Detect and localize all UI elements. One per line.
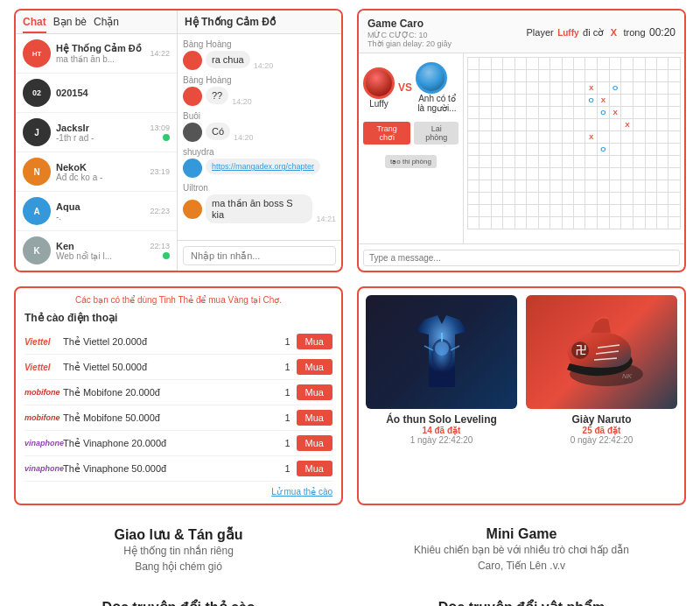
caro-cell[interactable]: [514, 205, 526, 217]
caro-cell[interactable]: [634, 82, 645, 95]
caro-cell[interactable]: [468, 119, 480, 131]
caro-cell[interactable]: [645, 205, 656, 217]
caro-cell[interactable]: [598, 205, 610, 217]
caro-cell[interactable]: [480, 119, 491, 131]
caro-cell[interactable]: X: [609, 107, 621, 119]
caro-cell[interactable]: [657, 82, 668, 95]
caro-cell[interactable]: [634, 156, 645, 168]
caro-cell[interactable]: [621, 70, 634, 82]
caro-cell[interactable]: [480, 180, 491, 193]
caro-cell[interactable]: [538, 119, 550, 131]
caro-cell[interactable]: [491, 119, 502, 131]
caro-cell[interactable]: [503, 144, 514, 156]
list-item[interactable]: K Ken Web nổi tại l... 22:13: [16, 231, 177, 271]
caro-cell[interactable]: [562, 180, 573, 193]
caro-cell[interactable]: [468, 193, 480, 205]
caro-cell[interactable]: [645, 119, 656, 131]
caro-cell[interactable]: [514, 156, 526, 168]
caro-cell[interactable]: [585, 180, 598, 193]
caro-cell[interactable]: [562, 205, 573, 217]
caro-cell[interactable]: [550, 119, 562, 131]
caro-cell[interactable]: [562, 193, 573, 205]
caro-cell[interactable]: [538, 58, 550, 70]
caro-cell[interactable]: [668, 156, 681, 168]
caro-cell[interactable]: [621, 156, 634, 168]
caro-cell[interactable]: [550, 70, 562, 82]
caro-cell[interactable]: [585, 168, 598, 180]
caro-cell[interactable]: [480, 58, 491, 70]
caro-cell[interactable]: [503, 82, 514, 95]
caro-cell[interactable]: [550, 193, 562, 205]
caro-cell[interactable]: [514, 82, 526, 95]
caro-cell[interactable]: [585, 119, 598, 131]
caro-cell[interactable]: [609, 144, 621, 156]
caro-cell[interactable]: [527, 131, 538, 144]
caro-cell[interactable]: [468, 205, 480, 217]
caro-cell[interactable]: [573, 156, 584, 168]
caro-cell[interactable]: [514, 168, 526, 180]
tab-chan[interactable]: Chặn: [94, 16, 119, 33]
caro-cell[interactable]: [480, 193, 491, 205]
caro-cell[interactable]: [562, 58, 573, 70]
caro-cell[interactable]: [657, 193, 668, 205]
caro-cell[interactable]: [514, 193, 526, 205]
caro-cell[interactable]: [562, 144, 573, 156]
caro-cell[interactable]: [621, 144, 634, 156]
caro-cell[interactable]: [598, 168, 610, 180]
caro-cell[interactable]: [573, 168, 584, 180]
caro-cell[interactable]: [645, 180, 656, 193]
caro-cell[interactable]: [468, 180, 480, 193]
caro-cell[interactable]: [573, 119, 584, 131]
caro-cell[interactable]: [634, 180, 645, 193]
caro-cell[interactable]: [668, 193, 681, 205]
buy-button[interactable]: Mua: [297, 461, 332, 476]
caro-cell[interactable]: [480, 131, 491, 144]
caro-cell[interactable]: [491, 70, 502, 82]
caro-cell[interactable]: [491, 205, 502, 217]
caro-cell[interactable]: [538, 205, 550, 217]
caro-cell[interactable]: [634, 131, 645, 144]
caro-cell[interactable]: [645, 95, 656, 107]
caro-cell[interactable]: [550, 144, 562, 156]
caro-cell[interactable]: [468, 131, 480, 144]
tab-ban-be[interactable]: Bạn bè: [53, 16, 87, 33]
caro-cell[interactable]: O: [598, 144, 610, 156]
caro-cell[interactable]: [538, 180, 550, 193]
caro-cell[interactable]: [562, 156, 573, 168]
caro-cell[interactable]: [634, 217, 645, 229]
caro-cell[interactable]: [503, 168, 514, 180]
caro-cell[interactable]: [527, 193, 538, 205]
caro-cell[interactable]: [538, 168, 550, 180]
list-item[interactable]: A Aqua -. 22:23: [16, 192, 177, 231]
caro-cell[interactable]: [657, 95, 668, 107]
caro-cell[interactable]: [527, 107, 538, 119]
chat-input[interactable]: [183, 246, 336, 265]
caro-cell[interactable]: [668, 144, 681, 156]
caro-cell[interactable]: [668, 95, 681, 107]
caro-cell[interactable]: [621, 217, 634, 229]
caro-cell[interactable]: [645, 193, 656, 205]
caro-cell[interactable]: [609, 193, 621, 205]
list-item[interactable]: HT Hệ Thống Cảm Đồ ma thần ăn b... 14:22: [16, 34, 177, 74]
caro-cell[interactable]: [585, 144, 598, 156]
caro-cell[interactable]: [634, 107, 645, 119]
caro-cell[interactable]: [573, 58, 584, 70]
caro-cell[interactable]: [480, 205, 491, 217]
caro-cell[interactable]: X: [598, 95, 610, 107]
caro-cell[interactable]: [514, 144, 526, 156]
caro-cell[interactable]: [468, 168, 480, 180]
caro-cell[interactable]: [621, 131, 634, 144]
caro-cell[interactable]: [585, 205, 598, 217]
caro-cell[interactable]: [668, 58, 681, 70]
caro-cell[interactable]: [657, 131, 668, 144]
caro-cell[interactable]: [621, 168, 634, 180]
caro-cell[interactable]: [480, 168, 491, 180]
caro-cell[interactable]: [585, 217, 598, 229]
caro-cell[interactable]: [657, 107, 668, 119]
btn-trang-choi[interactable]: Trang chơi: [363, 122, 410, 144]
caro-cell[interactable]: [550, 205, 562, 217]
caro-cell[interactable]: [657, 156, 668, 168]
caro-cell[interactable]: [609, 205, 621, 217]
caro-cell[interactable]: [657, 119, 668, 131]
caro-cell[interactable]: [668, 168, 681, 180]
